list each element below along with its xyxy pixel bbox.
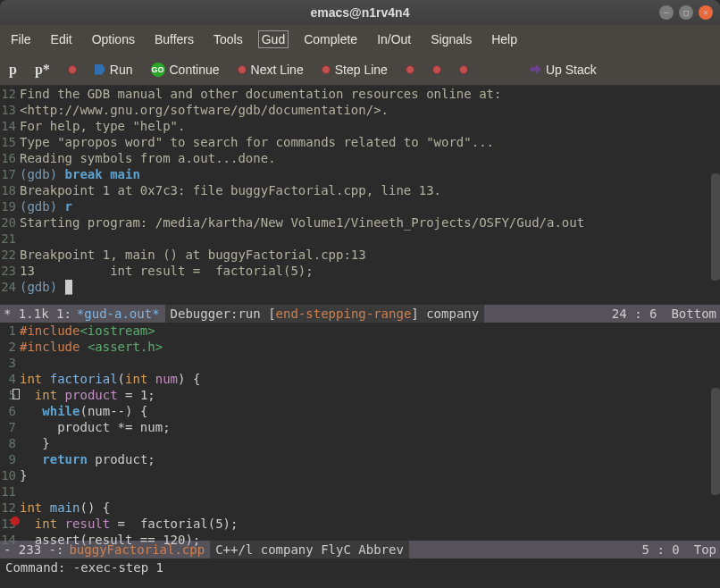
- modeline-status: * 1.1k 1:: [4, 307, 71, 321]
- menu-file[interactable]: File: [7, 30, 35, 48]
- minibuffer-text: Command: -exec-step 1: [5, 560, 163, 575]
- modeline-scroll: Bottom: [671, 307, 716, 321]
- menu-complete[interactable]: Complete: [300, 30, 361, 48]
- print-star-button[interactable]: p*: [35, 62, 50, 78]
- scrollbar[interactable]: [711, 388, 720, 495]
- menu-edit[interactable]: Edit: [47, 30, 76, 48]
- modeline-position: 24 : 6: [612, 307, 657, 321]
- modeline-buffer-name: *gud-a.out*: [77, 307, 160, 321]
- modeline-gud: * 1.1k 1: *gud-a.out* Debugger:run [end-…: [0, 305, 720, 323]
- current-line-marker: [13, 389, 20, 399]
- window-title: emacs@n1rv4n4: [311, 5, 410, 20]
- menu-help[interactable]: Help: [488, 30, 521, 48]
- source-buffer[interactable]: 1234567891011121314 #include<iostream>#i…: [0, 323, 720, 541]
- scrollbar[interactable]: [711, 173, 720, 281]
- menu-signals[interactable]: Signals: [427, 30, 475, 48]
- breakpoint-marker[interactable]: [11, 517, 20, 525]
- debug-toolbar: p p* Run GOContinue Next Line Step Line …: [0, 54, 720, 86]
- window-minimize-button[interactable]: –: [659, 5, 674, 20]
- source-gutter: 1234567891011121314: [0, 323, 20, 541]
- window-close-button[interactable]: ×: [699, 5, 713, 20]
- menu-buffers[interactable]: Buffers: [151, 30, 197, 48]
- up-stack-button[interactable]: Up Stack: [531, 63, 597, 77]
- menu-tools[interactable]: Tools: [210, 30, 247, 48]
- step-out-icon[interactable]: [406, 65, 414, 74]
- gdb-gutter: 12131415161718192021222324: [0, 86, 20, 305]
- print-button[interactable]: p: [9, 62, 17, 78]
- menu-bar: FileEditOptionsBuffersToolsGudCompleteIn…: [0, 25, 720, 54]
- step-over-icon[interactable]: [432, 65, 441, 74]
- menu-gud[interactable]: Gud: [259, 31, 288, 47]
- window-maximize-button[interactable]: □: [679, 5, 693, 20]
- gdb-text[interactable]: Find the GDB manual and other documentat…: [20, 86, 720, 305]
- continue-button[interactable]: GOContinue: [151, 63, 220, 77]
- menu-in/out[interactable]: In/Out: [373, 30, 414, 48]
- run-button[interactable]: Run: [95, 63, 133, 77]
- next-line-button[interactable]: Next Line: [238, 63, 304, 77]
- break-icon[interactable]: [68, 65, 77, 74]
- source-text[interactable]: #include<iostream>#include <assert.h> in…: [20, 323, 720, 541]
- modeline-mode: Debugger:run [end-stepping-range] compan…: [165, 305, 485, 323]
- step-into-icon[interactable]: [459, 65, 468, 74]
- gdb-buffer[interactable]: 12131415161718192021222324 Find the GDB …: [0, 86, 720, 305]
- step-line-button[interactable]: Step Line: [322, 63, 388, 77]
- minibuffer[interactable]: Command: -exec-step 1: [0, 559, 720, 576]
- window-titlebar: emacs@n1rv4n4 – □ ×: [0, 0, 720, 25]
- menu-options[interactable]: Options: [88, 30, 138, 48]
